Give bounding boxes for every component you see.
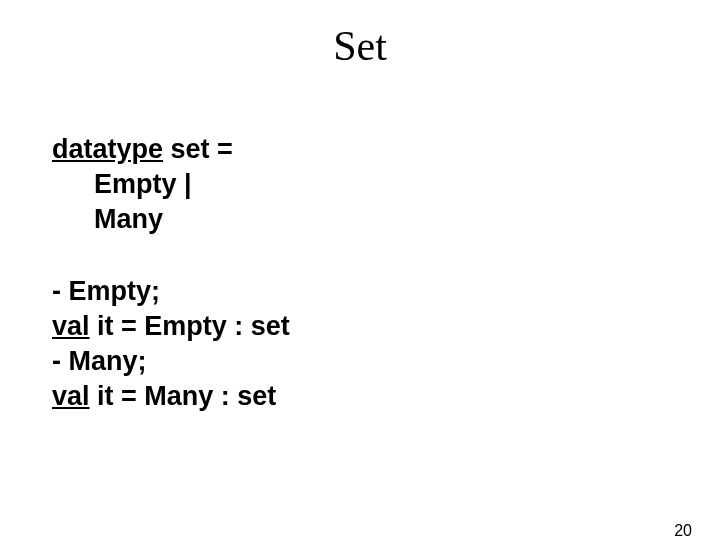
code-line: Empty | (52, 167, 233, 202)
repl-output: - Empty; val it = Empty : set - Many; va… (52, 274, 290, 414)
code-line: datatype set = (52, 132, 233, 167)
code-line: - Many; (52, 344, 290, 379)
page-number: 20 (674, 522, 692, 540)
code-line: Many (52, 202, 233, 237)
datatype-declaration: datatype set = Empty | Many (52, 132, 233, 237)
code-text: it = Many : set (90, 381, 277, 411)
code-line: val it = Empty : set (52, 309, 290, 344)
keyword-val: val (52, 311, 90, 341)
code-line: val it = Many : set (52, 379, 290, 414)
slide: Set datatype set = Empty | Many - Empty;… (0, 22, 720, 540)
slide-title: Set (0, 22, 720, 70)
code-text: it = Empty : set (90, 311, 290, 341)
code-line: - Empty; (52, 274, 290, 309)
code-text: set = (163, 134, 233, 164)
keyword-datatype: datatype (52, 134, 163, 164)
keyword-val: val (52, 381, 90, 411)
